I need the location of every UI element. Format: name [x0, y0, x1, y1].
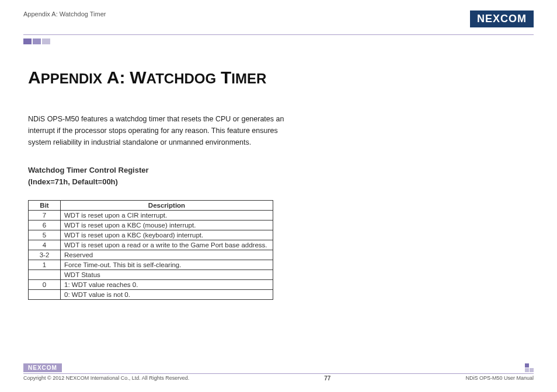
block-icon [42, 38, 50, 44]
doc-title: NDiS OPS-M50 User Manual [465, 375, 534, 382]
cell-desc: Force Time-out. This bit is self-clearin… [61, 260, 273, 270]
footer-divider [23, 373, 534, 374]
table-row: 5WDT is reset upon a KBC (keyboard) inte… [29, 230, 273, 240]
table-row: 4WDT is reset upon a read or a write to … [29, 240, 273, 250]
main-content: APPENDIX A: WATCHDOG TIMER NDiS OPS-M50 … [0, 44, 557, 300]
page-number: 77 [324, 375, 330, 382]
header-divider [23, 34, 534, 35]
cell-desc: WDT is reset upon a KBC (keyboard) inter… [61, 230, 273, 240]
intro-paragraph: NDiS OPS-M50 features a watchdog timer t… [28, 113, 297, 148]
cell-bit: 6 [29, 220, 61, 230]
block-icon [33, 38, 41, 44]
register-table: Bit Description 7WDT is reset upon a CIR… [28, 200, 273, 300]
header-title: Appendix A: Watchdog Timer [23, 10, 106, 18]
sq-icon [530, 368, 534, 372]
col-header-desc: Description [61, 201, 273, 211]
cell-desc: 0: WDT value is not 0. [61, 290, 273, 300]
table-row: 3-2Reserved [29, 250, 273, 260]
page-footer: NEXCOM Copyright © 2012 NEXCOM Internati… [23, 363, 534, 382]
cell-desc: WDT is reset upon a read or a write to t… [61, 240, 273, 250]
table-row: 1Force Time-out. This bit is self-cleari… [29, 260, 273, 270]
register-title-line1: Watchdog Timer Control Register [28, 164, 522, 176]
cell-bit [29, 290, 61, 300]
block-icon [23, 38, 32, 44]
cell-bit [29, 270, 61, 280]
cell-bit: 7 [29, 211, 61, 220]
table-row: 6WDT is reset upon a KBC (mouse) interru… [29, 220, 273, 230]
col-header-bit: Bit [29, 201, 61, 211]
appendix-title: APPENDIX A: WATCHDOG TIMER [28, 68, 522, 88]
footer-logo: NEXCOM [23, 363, 62, 372]
sq-icon [525, 368, 529, 372]
table-row: 01: WDT value reaches 0. [29, 280, 273, 290]
register-section-title: Watchdog Timer Control Register (Index=7… [28, 164, 522, 187]
cell-bit: 4 [29, 240, 61, 250]
cell-bit: 5 [29, 230, 61, 240]
copyright-text: Copyright © 2012 NEXCOM International Co… [23, 375, 189, 382]
cell-bit: 0 [29, 280, 61, 290]
table-row: 0: WDT value is not 0. [29, 290, 273, 300]
decorative-corner-icon [525, 363, 534, 372]
register-title-line2: (Index=71h, Default=00h) [28, 176, 522, 188]
sq-icon [525, 363, 529, 368]
company-logo: NEXCOM [470, 10, 534, 27]
cell-bit: 3-2 [29, 250, 61, 260]
cell-desc: Reserved [61, 250, 273, 260]
cell-desc: WDT Status [61, 270, 273, 280]
page-header: Appendix A: Watchdog Timer NEXCOM [0, 0, 557, 27]
cell-desc: WDT is reset upon a KBC (mouse) interrup… [61, 220, 273, 230]
decorative-blocks [23, 38, 557, 44]
cell-bit: 1 [29, 260, 61, 270]
cell-desc: 1: WDT value reaches 0. [61, 280, 273, 290]
table-header-row: Bit Description [29, 201, 273, 211]
cell-desc: WDT is reset upon a CIR interrupt. [61, 211, 273, 220]
table-row: WDT Status [29, 270, 273, 280]
table-row: 7WDT is reset upon a CIR interrupt. [29, 211, 273, 220]
